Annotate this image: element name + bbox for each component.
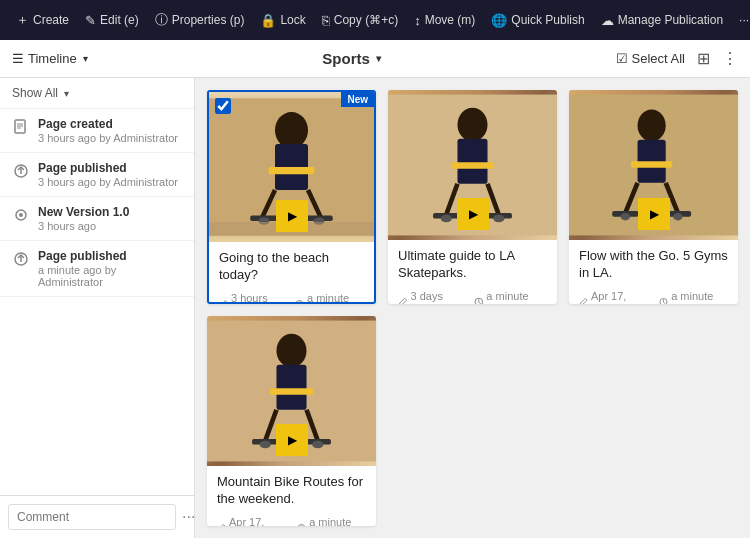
svg-point-52 bbox=[260, 441, 271, 449]
show-all-button[interactable]: Show All ▾ bbox=[0, 78, 194, 109]
lock-icon: 🔒 bbox=[260, 13, 276, 28]
card-meta: Apr 17, 2019 a minute ago bbox=[217, 516, 366, 526]
play-button[interactable] bbox=[276, 200, 308, 232]
card-meta: 3 hours ago a minute ago bbox=[219, 292, 364, 304]
svg-rect-25 bbox=[451, 162, 494, 169]
more-button[interactable]: ··· bbox=[731, 0, 750, 40]
version-icon bbox=[12, 206, 30, 224]
svg-point-21 bbox=[296, 300, 303, 304]
copy-icon: ⎘ bbox=[322, 13, 330, 28]
chevron-down-icon: ▾ bbox=[83, 53, 88, 64]
move-button[interactable]: ↕ Move (m) bbox=[406, 0, 483, 40]
timeline-item[interactable]: Page created 3 hours ago by Administrato… bbox=[0, 109, 194, 153]
section-title[interactable]: Sports ▾ bbox=[322, 50, 381, 67]
publish-icon bbox=[12, 250, 30, 268]
timeline-item[interactable]: New Version 1.0 3 hours ago bbox=[0, 197, 194, 241]
svg-point-41 bbox=[621, 213, 630, 221]
comment-more-button[interactable]: ··· bbox=[182, 508, 195, 526]
play-button[interactable] bbox=[638, 198, 670, 230]
comment-area: ··· bbox=[0, 495, 194, 538]
edit-time: Apr 17, 2019 bbox=[217, 516, 285, 526]
svg-point-45 bbox=[276, 334, 306, 368]
content-card[interactable]: WKND SITE bbox=[388, 90, 557, 304]
svg-point-34 bbox=[638, 110, 666, 142]
edit-time: 3 days ago bbox=[398, 290, 462, 304]
secondary-toolbar: ☰ Timeline ▾ Sports ▾ ☑ Select All ⊞ ⋮ bbox=[0, 40, 750, 78]
main-layout: Show All ▾ Page created 3 hours ago by A… bbox=[0, 78, 750, 538]
edit-time: Apr 17, 2019 bbox=[579, 290, 647, 304]
main-toolbar: ＋ Create ✎ Edit (e) ⓘ Properties (p) 🔒 L… bbox=[0, 0, 750, 40]
chevron-down-icon: ▾ bbox=[376, 53, 381, 64]
properties-button[interactable]: ⓘ Properties (p) bbox=[147, 0, 253, 40]
manage-publication-button[interactable]: ☁ Manage Publication bbox=[593, 0, 731, 40]
card-title: Flow with the Go. 5 Gyms in LA. bbox=[579, 248, 728, 282]
publish-time: a minute ago bbox=[297, 516, 366, 526]
checkbox-icon: ☑ bbox=[616, 51, 628, 66]
svg-point-11 bbox=[275, 112, 308, 149]
timeline-item[interactable]: Page published 3 hours ago by Administra… bbox=[0, 153, 194, 197]
svg-point-30 bbox=[441, 215, 452, 223]
svg-point-42 bbox=[673, 213, 682, 221]
view-toggle-button[interactable]: ⊞ bbox=[697, 49, 710, 68]
card-meta: 3 days ago a minute ago bbox=[398, 290, 547, 304]
svg-rect-36 bbox=[631, 161, 672, 168]
card-title: Going to the beach today? bbox=[219, 250, 364, 284]
move-icon: ↕ bbox=[414, 13, 421, 28]
edit-button[interactable]: ✎ Edit (e) bbox=[77, 0, 147, 40]
svg-point-31 bbox=[493, 215, 504, 223]
card-image: WKND SITE bbox=[569, 90, 738, 240]
play-button[interactable] bbox=[276, 424, 308, 456]
svg-point-7 bbox=[19, 213, 23, 217]
svg-rect-13 bbox=[269, 167, 315, 174]
right-actions: ☑ Select All ⊞ ⋮ bbox=[616, 49, 738, 68]
publish-time: a minute ago bbox=[659, 290, 728, 304]
edit-icon: ✎ bbox=[85, 13, 96, 28]
content-card[interactable]: WKND SITE bbox=[207, 316, 376, 526]
publish-time: a minute ago bbox=[474, 290, 547, 304]
card-meta: Apr 17, 2019 a minute ago bbox=[579, 290, 728, 304]
quick-publish-button[interactable]: 🌐 Quick Publish bbox=[483, 0, 592, 40]
svg-point-53 bbox=[312, 441, 323, 449]
info-icon: ⓘ bbox=[155, 11, 168, 29]
svg-rect-47 bbox=[270, 388, 313, 395]
publish-time: a minute ago bbox=[295, 292, 364, 304]
card-checkbox[interactable] bbox=[215, 98, 231, 114]
chevron-down-icon: ▾ bbox=[64, 88, 69, 99]
svg-rect-46 bbox=[276, 365, 306, 410]
publish-icon bbox=[12, 162, 30, 180]
content-area: New WKND SITE bbox=[195, 78, 750, 538]
card-image: WKND SITE bbox=[207, 316, 376, 466]
content-card[interactable]: New WKND SITE bbox=[207, 90, 376, 304]
more-options-button[interactable]: ⋮ bbox=[722, 49, 738, 68]
create-button[interactable]: ＋ Create bbox=[8, 0, 77, 40]
play-button[interactable] bbox=[457, 198, 489, 230]
globe-icon: 🌐 bbox=[491, 13, 507, 28]
cloud-icon: ☁ bbox=[601, 13, 614, 28]
svg-rect-24 bbox=[457, 139, 487, 184]
plus-icon: ＋ bbox=[16, 11, 29, 29]
timeline-button[interactable]: ☰ Timeline ▾ bbox=[12, 51, 88, 66]
comment-input[interactable] bbox=[8, 504, 176, 530]
select-all-button[interactable]: ☑ Select All bbox=[616, 51, 685, 66]
timeline-item[interactable]: Page published a minute ago by Administr… bbox=[0, 241, 194, 297]
lock-button[interactable]: 🔒 Lock bbox=[252, 0, 313, 40]
timeline-icon: ☰ bbox=[12, 51, 24, 66]
card-image: WKND SITE bbox=[209, 92, 374, 242]
page-icon bbox=[12, 118, 30, 136]
card-image: WKND SITE bbox=[388, 90, 557, 240]
edit-time: 3 hours ago bbox=[219, 292, 283, 304]
svg-point-23 bbox=[457, 108, 487, 142]
card-title: Ultimate guide to LA Skateparks. bbox=[398, 248, 547, 282]
new-badge: New bbox=[341, 92, 374, 107]
copy-button[interactable]: ⎘ Copy (⌘+c) bbox=[314, 0, 406, 40]
card-title: Mountain Bike Routes for the weekend. bbox=[217, 474, 366, 508]
sidebar: Show All ▾ Page created 3 hours ago by A… bbox=[0, 78, 195, 538]
content-card[interactable]: WKND SITE bbox=[569, 90, 738, 304]
